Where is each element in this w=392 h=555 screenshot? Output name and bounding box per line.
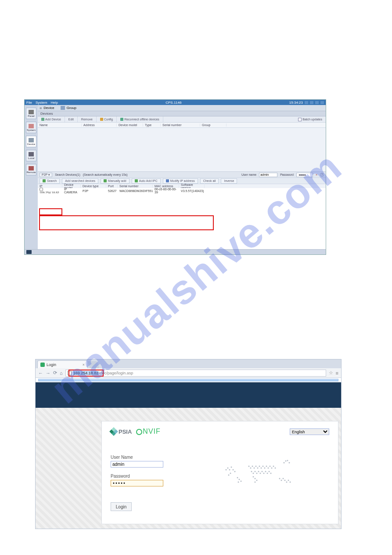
close-icon[interactable] [320,101,324,104]
svg-point-36 [265,471,266,472]
tab-close-icon[interactable]: × [83,363,85,367]
maximize-icon[interactable] [315,101,319,104]
svg-point-27 [275,468,276,469]
tab-group[interactable]: Group [67,106,76,110]
svg-point-24 [270,466,271,467]
search-refresh-icon [43,179,46,182]
batch-updates[interactable]: Batch updates [295,116,326,122]
edit-button[interactable]: Edit [65,116,78,122]
new-tab-button[interactable] [87,361,100,368]
svg-point-11 [238,482,239,483]
col-name: Name [38,123,82,127]
reconnect-button[interactable]: Reconnect offline devices [117,116,163,122]
svg-point-35 [263,473,265,474]
browser-tab[interactable]: Login × [37,360,88,368]
cell-sn: WACD8I98DM26DIF551 [118,189,153,192]
remove-button[interactable]: Remove [78,116,97,122]
forward-icon[interactable]: → [46,370,50,376]
user-name-input[interactable] [259,173,277,177]
login-button[interactable]: Login [111,502,132,511]
result-row[interactable]: 169.254.18.82 IP CAMERA P2P 52627 WACD8I… [38,188,326,193]
nav-system[interactable]: System [26,122,36,133]
left-nav: Panel System Device Local Remote [25,105,38,249]
nav-panel[interactable]: Panel [26,108,36,119]
svg-point-50 [283,478,284,479]
checkbox-icon[interactable] [298,118,302,121]
nav-local-label: Local [28,157,34,160]
svg-point-40 [253,476,254,478]
username-input[interactable] [111,461,163,468]
tab-title: Login [47,363,56,367]
psia-logo: PSIA [111,428,132,435]
svg-point-10 [241,481,242,482]
batch-label: Batch updates [302,118,322,121]
svg-point-13 [250,468,252,469]
password-input[interactable] [111,480,163,486]
password-label: Password [111,474,194,479]
manually-add-button[interactable]: Manually add [101,178,129,184]
nav-remote[interactable]: Remote [26,164,36,175]
url-tail: /doc/page/login.asp [99,371,133,375]
svg-point-14 [252,466,253,467]
back-icon[interactable]: ← [38,370,43,376]
nav-local[interactable]: Local [26,150,36,161]
rcol-dt: Device type [81,185,106,188]
svg-point-51 [284,480,286,481]
plus-icon [135,179,138,182]
close-small-icon[interactable]: × [316,173,317,176]
svg-point-42 [256,480,258,481]
nav-device[interactable]: Device [26,136,36,147]
add-device-button[interactable]: Add Device [38,116,65,122]
col-type: Type [143,123,161,127]
user-name-label: User name [241,173,256,176]
menu-file[interactable]: File [26,101,32,105]
cell-mac: 00-c0-80-00-00-39 [153,188,179,194]
page-icon [68,371,72,375]
svg-point-29 [253,473,254,474]
reconnect-label: Reconnect offline devices [124,118,159,121]
menu-icon[interactable]: ≡ [336,370,338,376]
language-select[interactable]: English [290,428,329,435]
svg-point-5 [234,471,236,472]
edit-icon [166,179,169,182]
inverse-button[interactable]: Inverse [221,178,237,184]
group-icon [61,106,65,110]
cell-sv: V3.5.5T(140423) [179,189,205,192]
login-card: PSIA NVIF English User Name Password Log… [101,421,338,524]
p2p-label: P2P [42,173,47,176]
panel-icon [29,110,34,114]
main-tabs: ≡ Device Group [38,105,326,111]
svg-point-1 [227,468,229,469]
row-checkbox[interactable] [40,188,43,191]
reload-icon[interactable]: ⟳ [53,370,57,376]
menu-system[interactable]: System [36,101,47,105]
url-input[interactable]: 169.254.18.82/doc/page/login.asp [65,370,326,377]
search-button[interactable]: Search [40,178,60,184]
autoadd-label: Auto Add IPC [139,179,158,182]
svg-point-22 [266,466,267,467]
menu-help[interactable]: Help [51,101,58,105]
config-button[interactable]: Config [97,116,117,122]
svg-point-0 [226,469,227,471]
page-body: PSIA NVIF English User Name Password Log… [36,408,341,529]
tab-device[interactable]: Device [43,106,54,110]
col-serial: Serial number [161,123,200,127]
svg-point-31 [256,473,258,474]
remote-icon [29,166,34,170]
cms-window: File System Help CPS.1146 15:34:23 Panel… [24,99,326,255]
help-icon[interactable]: ? [320,173,324,177]
bookmark-icon[interactable]: ☆ [329,370,333,376]
home-icon[interactable]: ⌂ [60,370,63,376]
minimize-icon[interactable] [310,101,313,104]
svg-point-28 [251,471,252,472]
password-dots[interactable]: ●●●●● [296,173,313,177]
cms-titlebar: File System Help CPS.1146 15:34:23 [25,100,326,105]
p2p-dropdown[interactable]: P2P ▾ [40,173,52,177]
config-label: Config [104,118,113,121]
svg-point-48 [279,478,281,479]
lock-icon[interactable] [305,101,308,104]
auto-add-button[interactable]: Auto Add IPC [132,178,161,184]
nav-device-label: Device [27,143,35,145]
svg-point-39 [270,473,272,474]
svg-point-21 [264,468,266,469]
